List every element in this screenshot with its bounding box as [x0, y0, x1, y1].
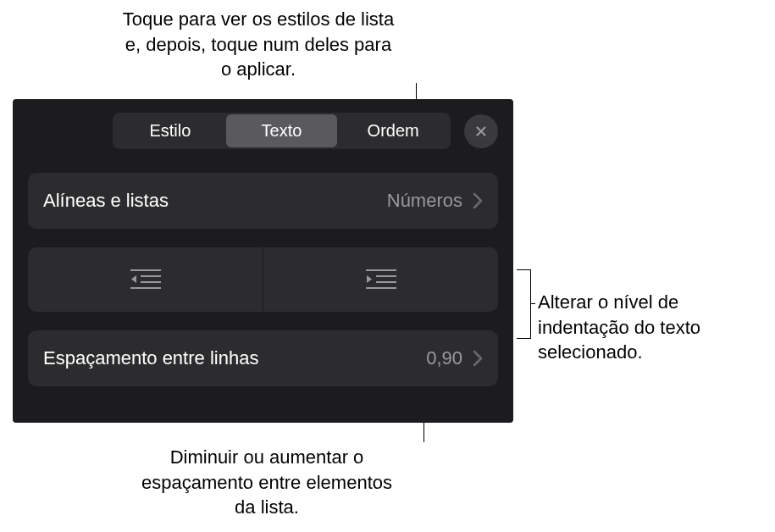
callout-indentation: Alterar o nível de indentação do texto s… [538, 290, 771, 365]
bullets-lists-value: Números [387, 190, 462, 212]
callout-list-styles: Toque para ver os estilos de lista e, de… [119, 7, 398, 82]
tab-group: Estilo Texto Ordem [113, 113, 451, 149]
callout-bracket [517, 269, 530, 337]
chevron-right-icon [473, 192, 483, 209]
line-spacing-row[interactable]: Espaçamento entre linhas 0,90 [28, 330, 498, 386]
callout-spacing: Diminuir ou aumentar o espaçamento entre… [136, 445, 398, 520]
line-spacing-value: 0,90 [426, 347, 462, 369]
indent-button[interactable] [263, 247, 498, 312]
segmented-control-container: Estilo Texto Ordem [28, 113, 498, 149]
chevron-right-icon [473, 350, 483, 367]
bullets-lists-row[interactable]: Alíneas e listas Números [28, 173, 498, 229]
outdent-icon [130, 269, 161, 291]
tab-order[interactable]: Ordem [337, 114, 449, 147]
indent-icon [366, 269, 396, 291]
outdent-button[interactable] [28, 247, 263, 312]
tab-style[interactable]: Estilo [114, 114, 226, 147]
close-button[interactable] [464, 114, 498, 148]
bullets-lists-label: Alíneas e listas [43, 190, 387, 212]
callout-bracket-line [530, 303, 535, 304]
indentation-controls [28, 247, 498, 312]
tab-text[interactable]: Texto [226, 114, 338, 147]
line-spacing-label: Espaçamento entre linhas [43, 347, 426, 369]
close-icon [473, 124, 489, 139]
format-panel: Estilo Texto Ordem Alíneas e listas Núme… [13, 99, 513, 423]
